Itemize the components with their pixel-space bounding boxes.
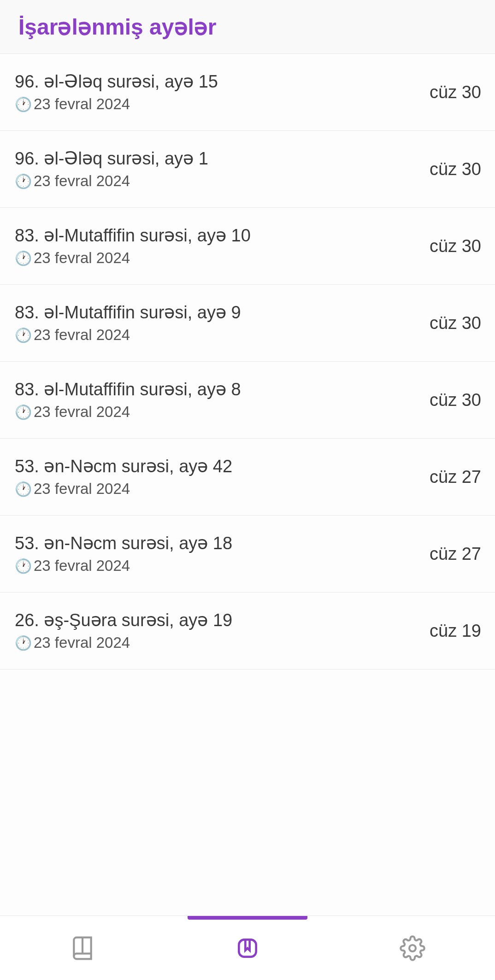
bookmark-title: 83. əl-Mutaffifin surəsi, ayə 9 — [15, 302, 241, 323]
bookmark-icon — [235, 935, 260, 961]
bookmark-item[interactable]: 83. əl-Mutaffifin surəsi, ayə 9🕐23 fevra… — [0, 285, 495, 362]
bottom-navigation — [0, 915, 495, 980]
bookmark-date: 23 fevral 2024 — [34, 403, 130, 421]
bookmark-date-row: 🕐23 fevral 2024 — [15, 326, 241, 344]
page-header: İşarələnmiş ayələr — [0, 0, 495, 54]
page-title: İşarələnmiş ayələr — [18, 14, 477, 40]
bookmark-item-content: 53. ən-Nəcm surəsi, ayə 42🕐23 fevral 202… — [15, 456, 232, 498]
bookmark-item[interactable]: 96. əl-Ələq surəsi, ayə 15🕐23 fevral 202… — [0, 54, 495, 131]
bookmark-title: 83. əl-Mutaffifin surəsi, ayə 10 — [15, 225, 251, 246]
bookmark-juz: cüz 30 — [430, 82, 481, 102]
nav-tab-reader[interactable] — [0, 916, 165, 980]
bookmark-item-content: 96. əl-Ələq surəsi, ayə 15🕐23 fevral 202… — [15, 71, 218, 113]
bookmark-date: 23 fevral 2024 — [34, 634, 130, 651]
bookmark-item-content: 83. əl-Mutaffifin surəsi, ayə 9🕐23 fevra… — [15, 302, 241, 344]
bookmark-date: 23 fevral 2024 — [34, 172, 130, 190]
bookmark-title: 53. ən-Nəcm surəsi, ayə 18 — [15, 533, 232, 553]
bookmark-date: 23 fevral 2024 — [34, 557, 130, 575]
bookmark-date: 23 fevral 2024 — [34, 249, 130, 267]
bookmark-title: 26. əş-Şuəra surəsi, ayə 19 — [15, 610, 232, 630]
bookmark-date: 23 fevral 2024 — [34, 95, 130, 113]
clock-icon: 🕐 — [15, 327, 32, 343]
bookmark-juz: cüz 30 — [430, 313, 481, 333]
bookmark-date: 23 fevral 2024 — [34, 326, 130, 344]
bookmark-date-row: 🕐23 fevral 2024 — [15, 557, 232, 575]
bookmark-title: 53. ən-Nəcm surəsi, ayə 42 — [15, 456, 232, 476]
book-icon — [70, 935, 95, 961]
clock-icon: 🕐 — [15, 481, 32, 497]
bookmark-juz: cüz 27 — [430, 467, 481, 487]
nav-tab-settings[interactable] — [330, 916, 495, 980]
bookmark-item[interactable]: 83. əl-Mutaffifin surəsi, ayə 10🕐23 fevr… — [0, 208, 495, 285]
clock-icon: 🕐 — [15, 250, 32, 266]
bookmark-title: 83. əl-Mutaffifin surəsi, ayə 8 — [15, 379, 241, 399]
gear-icon — [400, 935, 425, 961]
clock-icon: 🕐 — [15, 558, 32, 574]
bookmark-item[interactable]: 83. əl-Mutaffifin surəsi, ayə 8🕐23 fevra… — [0, 362, 495, 439]
bookmark-date-row: 🕐23 fevral 2024 — [15, 172, 208, 190]
bookmark-item-content: 83. əl-Mutaffifin surəsi, ayə 10🕐23 fevr… — [15, 225, 251, 267]
clock-icon: 🕐 — [15, 404, 32, 420]
svg-point-2 — [409, 945, 416, 951]
bookmark-item-content: 53. ən-Nəcm surəsi, ayə 18🕐23 fevral 202… — [15, 533, 232, 575]
bookmark-date: 23 fevral 2024 — [34, 480, 130, 498]
bookmark-title: 96. əl-Ələq surəsi, ayə 15 — [15, 71, 218, 92]
bookmarks-list[interactable]: 96. əl-Ələq surəsi, ayə 15🕐23 fevral 202… — [0, 54, 495, 915]
bookmark-date-row: 🕐23 fevral 2024 — [15, 634, 232, 651]
bookmark-juz: cüz 19 — [430, 621, 481, 641]
bookmark-date-row: 🕐23 fevral 2024 — [15, 480, 232, 498]
bookmark-title: 96. əl-Ələq surəsi, ayə 1 — [15, 148, 208, 169]
bookmark-item[interactable]: 53. ən-Nəcm surəsi, ayə 18🕐23 fevral 202… — [0, 516, 495, 593]
bookmark-juz: cüz 30 — [430, 236, 481, 256]
bookmark-item-content: 83. əl-Mutaffifin surəsi, ayə 8🕐23 fevra… — [15, 379, 241, 421]
bookmark-date-row: 🕐23 fevral 2024 — [15, 403, 241, 421]
bookmark-date-row: 🕐23 fevral 2024 — [15, 95, 218, 113]
bookmark-item[interactable]: 53. ən-Nəcm surəsi, ayə 42🕐23 fevral 202… — [0, 439, 495, 516]
clock-icon: 🕐 — [15, 173, 32, 189]
bookmark-juz: cüz 30 — [430, 159, 481, 179]
bookmark-item-content: 96. əl-Ələq surəsi, ayə 1🕐23 fevral 2024 — [15, 148, 208, 190]
bookmark-juz: cüz 27 — [430, 544, 481, 564]
bookmark-item-content: 26. əş-Şuəra surəsi, ayə 19🕐23 fevral 20… — [15, 610, 232, 651]
bookmark-item[interactable]: 96. əl-Ələq surəsi, ayə 1🕐23 fevral 2024… — [0, 131, 495, 208]
clock-icon: 🕐 — [15, 635, 32, 651]
bookmark-date-row: 🕐23 fevral 2024 — [15, 249, 251, 267]
bookmark-juz: cüz 30 — [430, 390, 481, 410]
nav-tab-bookmarks[interactable] — [165, 916, 330, 980]
bookmark-item[interactable]: 26. əş-Şuəra surəsi, ayə 19🕐23 fevral 20… — [0, 593, 495, 669]
clock-icon: 🕐 — [15, 96, 32, 112]
